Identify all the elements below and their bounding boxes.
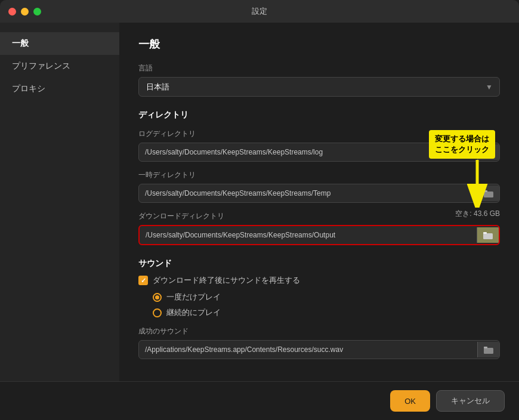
title-bar: 設定 <box>0 0 519 23</box>
window-title: 設定 <box>252 6 267 17</box>
play-on-complete-row: ダウンロード終了後にサウンドを再生する <box>138 275 500 286</box>
language-select[interactable]: 日本語 English <box>138 77 500 97</box>
temp-dir-browse-button[interactable] <box>477 186 499 201</box>
cancel-button[interactable]: キャンセル <box>436 390 505 412</box>
radio-once-row[interactable]: 一度だけプレイ <box>153 292 500 302</box>
log-dir-row <box>138 143 500 162</box>
temp-dir-input[interactable] <box>139 184 477 202</box>
radio-continuous-label: 継続的にプレイ <box>166 307 221 318</box>
svg-rect-7 <box>483 233 493 239</box>
log-dir-input[interactable] <box>139 143 477 161</box>
svg-rect-6 <box>484 190 487 192</box>
svg-rect-8 <box>483 232 487 234</box>
success-sound-label: 成功のサウンド <box>138 326 500 336</box>
radio-once-label: 一度だけプレイ <box>166 292 221 302</box>
maximize-button[interactable] <box>33 8 41 16</box>
output-dir-browse-button[interactable] <box>477 227 499 243</box>
success-sound-row <box>138 340 500 359</box>
bottom-bar: OK キャンセル <box>0 381 519 420</box>
svg-rect-9 <box>484 348 493 354</box>
sidebar-item-general[interactable]: 一般 <box>0 32 119 55</box>
temp-dir-row <box>138 184 500 203</box>
temp-dir-label: 一時ディレクトリ <box>138 170 500 180</box>
play-on-complete-label: ダウンロード終了後にサウンドを再生する <box>153 275 300 286</box>
minimize-button[interactable] <box>21 8 29 16</box>
output-dir-label: ダウンロードディレクトリ <box>138 211 224 221</box>
close-button[interactable] <box>8 8 16 16</box>
sidebar-item-proxy[interactable]: プロキシ <box>0 78 119 100</box>
radio-continuous-row[interactable]: 継続的にプレイ <box>153 307 500 318</box>
page-title: 一般 <box>138 37 500 51</box>
log-dir-browse-button[interactable] <box>477 144 499 160</box>
sound-section-label: サウンド <box>138 258 500 269</box>
sidebar-item-preferences[interactable]: プリファレンス <box>0 55 119 78</box>
output-dir-header: ダウンロードディレクトリ 空き: 43.6 GB <box>138 203 500 225</box>
svg-rect-5 <box>484 192 493 197</box>
language-dropdown-wrapper: 日本語 English ▼ <box>138 77 500 97</box>
success-sound-browse-button[interactable] <box>477 342 499 357</box>
free-space-label: 空き: 43.6 GB <box>455 209 500 219</box>
output-dir-wrapper: ダウンロードディレクトリ 空き: 43.6 GB <box>138 203 500 245</box>
log-dir-label: ログディレクトリ <box>138 129 500 139</box>
svg-rect-4 <box>484 149 487 151</box>
language-label: 言語 <box>138 63 500 73</box>
playback-mode-radio-group: 一度だけプレイ 継続的にプレイ <box>138 292 500 318</box>
output-dir-input[interactable] <box>140 226 477 244</box>
directory-section-label: ディレクトリ <box>138 110 500 121</box>
success-sound-input[interactable] <box>139 341 477 359</box>
radio-once-circle[interactable] <box>153 293 162 302</box>
main-container: 一般 プリファレンス プロキシ 変更する場合は ここをクリック <box>0 23 519 381</box>
content-area: 変更する場合は ここをクリック 一般 言語 日本語 Engli <box>119 23 519 381</box>
play-on-complete-checkbox[interactable] <box>138 276 148 285</box>
traffic-lights <box>8 8 41 16</box>
output-dir-row <box>138 225 500 245</box>
sidebar: 一般 プリファレンス プロキシ <box>0 23 119 381</box>
radio-continuous-circle[interactable] <box>153 308 162 317</box>
ok-button[interactable]: OK <box>390 390 430 412</box>
svg-rect-10 <box>484 347 487 348</box>
